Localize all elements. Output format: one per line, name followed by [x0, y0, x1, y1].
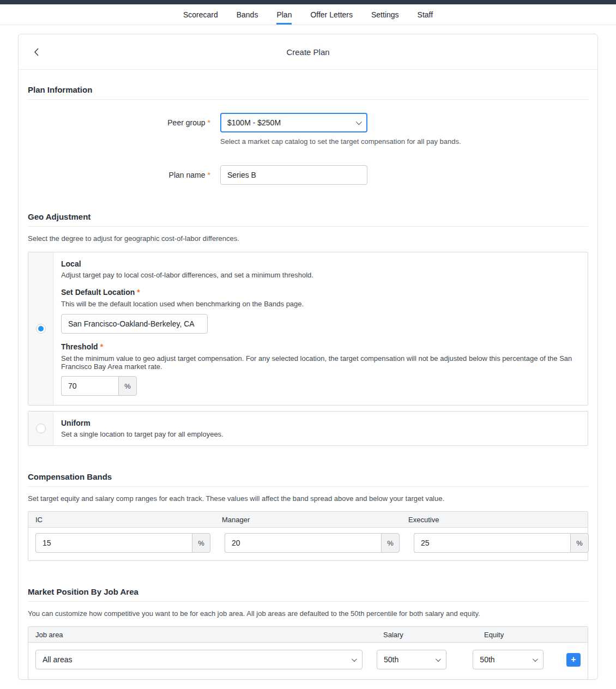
uniform-radio-button[interactable] [36, 424, 46, 433]
compensation-bands-description: Set target equity and salary comp ranges… [28, 494, 588, 503]
required-asterisk: * [208, 118, 210, 127]
top-accent-bar [0, 0, 616, 4]
percent-addon: % [118, 376, 137, 396]
peer-group-help: Select a market cap catalog to set the t… [220, 137, 461, 146]
ic-band-input[interactable] [35, 533, 192, 553]
tab-offer-letters[interactable]: Offer Letters [310, 4, 353, 25]
section-divider [28, 226, 588, 227]
job-area-select[interactable]: All areas [35, 650, 363, 669]
local-radio-button[interactable] [36, 324, 46, 334]
section-divider [28, 486, 588, 487]
market-position-heading: Market Position By Job Area [28, 587, 588, 596]
market-position-table: Job area Salary Equity All areas 50th [28, 626, 588, 680]
default-location-help: This will be the default location used w… [61, 300, 580, 308]
executive-band-input[interactable] [414, 533, 570, 553]
geo-option-local: Local Adjust target pay to local cost-of… [28, 252, 588, 406]
chevron-down-icon [356, 119, 362, 125]
threshold-input[interactable] [61, 376, 118, 396]
table-row: All areas 50th 50th [28, 643, 588, 679]
geo-adjustment-description: Select the degree to adjust for geograph… [28, 234, 588, 243]
section-divider [28, 99, 588, 100]
geo-option-uniform: Uniform Set a single location to target … [28, 411, 588, 446]
peer-group-label: Peer group* [28, 118, 210, 127]
tab-scorecard[interactable]: Scorecard [183, 4, 218, 25]
page-title: Create Plan [19, 47, 597, 57]
column-header-salary: Salary [376, 631, 477, 639]
salary-percentile-select[interactable]: 50th [377, 650, 446, 669]
main-nav: Scorecard Bands Plan Offer Letters Setti… [0, 4, 616, 25]
chevron-down-icon [436, 656, 441, 662]
chevron-down-icon [352, 656, 357, 662]
required-asterisk: * [100, 342, 103, 351]
equity-percentile-select[interactable]: 50th [473, 650, 543, 669]
threshold-help: Set the minimum value to geo adjust targ… [61, 354, 580, 371]
chevron-down-icon [533, 656, 538, 662]
percent-addon: % [192, 533, 210, 553]
tab-bands[interactable]: Bands [237, 4, 258, 25]
uniform-option-description: Set a single location to target pay for … [61, 430, 580, 438]
local-option-description: Adjust target pay to local cost-of-labor… [61, 271, 580, 279]
default-location-label: Set Default Location* [61, 288, 580, 297]
market-position-description: You can customize how competitive you wa… [28, 609, 588, 618]
default-location-input[interactable] [61, 314, 208, 334]
uniform-radio-cell[interactable] [28, 412, 53, 445]
plan-information-heading: Plan Information [28, 85, 588, 94]
column-header-equity: Equity [477, 631, 575, 639]
peer-group-select[interactable]: $100M - $250M [220, 113, 367, 132]
section-divider [28, 601, 588, 602]
create-plan-card: Create Plan Plan Information Peer group*… [18, 34, 598, 680]
compensation-bands-heading: Compensation Bands [28, 472, 588, 481]
table-row: % % % [28, 528, 588, 560]
plan-name-input[interactable] [220, 165, 367, 185]
plus-icon: + [571, 655, 576, 664]
tab-plan[interactable]: Plan [276, 4, 292, 25]
manager-band-input[interactable] [225, 533, 381, 553]
tab-settings[interactable]: Settings [371, 4, 399, 25]
percent-addon: % [570, 533, 589, 553]
percent-addon: % [381, 533, 400, 553]
compensation-bands-table: IC Manager Executive % % [28, 511, 588, 561]
card-header: Create Plan [19, 34, 597, 70]
local-radio-cell[interactable] [28, 252, 53, 405]
threshold-label: Threshold* [61, 342, 580, 351]
add-row-button[interactable]: + [566, 653, 581, 667]
column-header-ic: IC [28, 516, 215, 524]
tab-staff[interactable]: Staff [418, 4, 433, 25]
uniform-option-title: Uniform [61, 419, 580, 427]
plan-name-label: Plan name* [28, 171, 210, 179]
column-header-job-area: Job area [28, 631, 376, 639]
local-option-title: Local [61, 259, 580, 268]
geo-adjustment-heading: Geo Adjustment [28, 212, 588, 221]
required-asterisk: * [208, 171, 210, 179]
required-asterisk: * [137, 288, 140, 297]
column-header-manager: Manager [215, 516, 401, 524]
column-header-executive: Executive [401, 516, 588, 524]
